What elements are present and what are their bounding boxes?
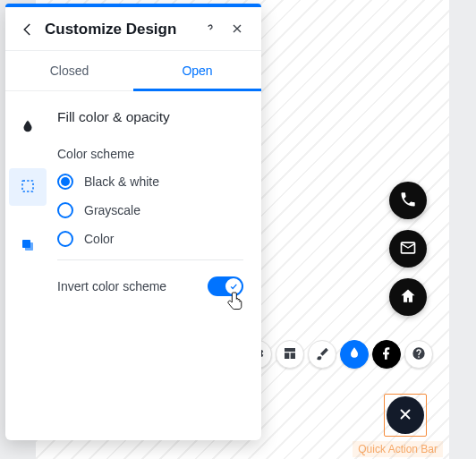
tab-closed[interactable]: Closed — [5, 51, 133, 91]
radio-label: Black & white — [84, 174, 159, 189]
close-button[interactable] — [227, 20, 247, 39]
bounding-box-icon — [20, 178, 36, 197]
tool-layout[interactable] — [276, 340, 304, 369]
section-title: Fill color & opacity — [57, 109, 243, 125]
tool-facebook[interactable] — [372, 340, 401, 369]
svg-rect-0 — [22, 181, 33, 191]
svg-rect-2 — [25, 242, 33, 251]
help-button[interactable] — [200, 20, 220, 39]
home-icon — [399, 287, 417, 308]
panel-body: Fill color & opacity Color scheme Black … — [5, 91, 261, 440]
canvas: Quick Action Bar Customize Design — [0, 0, 476, 459]
color-scheme-label: Color scheme — [57, 147, 243, 161]
radio-icon — [57, 202, 73, 218]
stack-icon — [20, 237, 36, 256]
question-mark-icon — [203, 21, 217, 38]
droplet-icon — [20, 119, 36, 138]
check-icon — [229, 279, 238, 293]
panel-content: Fill color & opacity Color scheme Black … — [50, 91, 261, 440]
invert-toggle[interactable] — [208, 276, 243, 296]
tool-help[interactable] — [404, 340, 433, 369]
question-icon — [412, 346, 426, 363]
radio-label: Grayscale — [84, 203, 140, 217]
close-icon — [230, 21, 244, 38]
close-icon — [397, 406, 413, 425]
tab-open[interactable]: Open — [133, 51, 261, 91]
radio-label: Color — [84, 232, 114, 246]
facebook-icon — [379, 346, 394, 363]
brush-icon — [315, 346, 329, 363]
radio-black-white[interactable]: Black & white — [57, 174, 243, 190]
droplet-icon — [347, 346, 361, 363]
quick-action-bar-label: Quick Action Bar — [353, 441, 443, 457]
radio-color[interactable]: Color — [57, 231, 243, 247]
phone-icon — [399, 191, 417, 211]
close-circle — [387, 396, 424, 434]
side-icon-shadow[interactable] — [9, 227, 47, 265]
fab-home[interactable] — [389, 278, 427, 316]
invert-row: Invert color scheme — [57, 276, 243, 296]
fab-stack — [389, 182, 427, 316]
design-panel: Customize Design Closed Open — [5, 4, 261, 440]
layout-icon — [283, 346, 297, 363]
design-toolbar — [243, 340, 433, 369]
side-icon-fill[interactable] — [9, 109, 47, 147]
divider — [57, 259, 243, 260]
tool-fill[interactable] — [340, 340, 369, 369]
fab-email[interactable] — [389, 230, 427, 268]
radio-icon — [57, 231, 73, 247]
side-icons — [5, 91, 50, 440]
back-button[interactable] — [20, 21, 36, 38]
close-preview[interactable] — [384, 394, 427, 437]
side-icon-border[interactable] — [9, 168, 47, 206]
radio-icon — [57, 174, 73, 190]
chevron-left-icon — [20, 26, 36, 40]
fab-phone[interactable] — [389, 182, 427, 219]
toggle-knob — [225, 278, 242, 294]
email-icon — [399, 239, 417, 259]
tool-brush[interactable] — [308, 340, 336, 369]
panel-title: Customize Design — [45, 21, 193, 38]
radio-grayscale[interactable]: Grayscale — [57, 202, 243, 218]
invert-label: Invert color scheme — [57, 279, 166, 293]
panel-tabs: Closed Open — [5, 51, 261, 91]
panel-header: Customize Design — [5, 7, 261, 51]
